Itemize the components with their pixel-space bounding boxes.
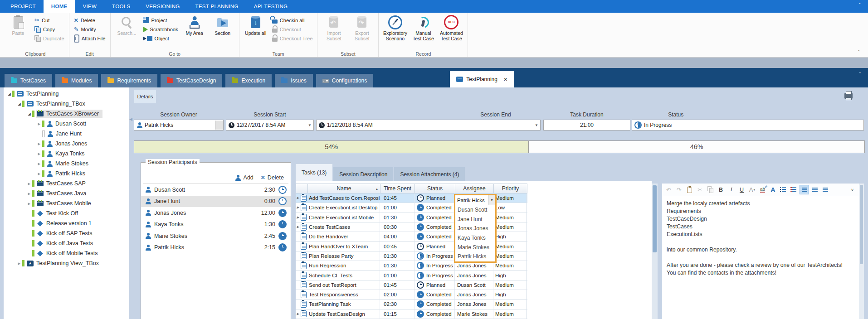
document-tab[interactable]: Requirements (101, 74, 157, 87)
row-expander-icon[interactable] (296, 216, 300, 219)
tab-details[interactable]: Details (134, 90, 156, 103)
menu-item[interactable]: HOME (44, 0, 75, 13)
menu-item[interactable]: TEST PLANNING (188, 0, 246, 13)
tree-item[interactable]: Kick off Java Tests (4, 238, 129, 248)
participant-row[interactable]: Kaya Tonks 1:30 (141, 219, 291, 231)
task-duration-input[interactable]: 21:00 (543, 120, 630, 130)
assignee-option[interactable]: Patrik Hicks (455, 252, 495, 261)
redo-icon[interactable] (674, 185, 684, 194)
editor-content[interactable]: Merge the localy created artefactsRequir… (662, 196, 859, 280)
tree-item[interactable]: TestPlanning_TBox (4, 99, 129, 109)
assignee-option[interactable]: Dusan Scott (455, 205, 495, 215)
editor-scrollbar[interactable] (859, 184, 864, 319)
duplicate-button[interactable]: Duplicate (34, 34, 65, 42)
italic-icon[interactable] (727, 185, 736, 194)
expander-icon[interactable] (36, 172, 42, 176)
splitter-collapse-icon[interactable]: ◀ (129, 117, 132, 121)
font-color-icon[interactable] (747, 185, 757, 194)
expander-icon[interactable] (36, 152, 42, 156)
tree-item[interactable]: Release version 1 (4, 218, 129, 228)
owner-picker-button[interactable] (215, 121, 223, 130)
delete-participant-button[interactable]: Delete (261, 174, 284, 181)
session-start-input[interactable]: 12/27/2017 8:54 AM ▼ (226, 120, 314, 130)
tree-item[interactable]: TestPlanning View_TBox (4, 258, 129, 268)
copy-button[interactable]: Copy (34, 25, 65, 33)
participant-row[interactable]: Jonas Jones 12:00 (141, 207, 291, 219)
align-left-icon[interactable] (800, 185, 809, 194)
row-expander-icon[interactable] (296, 225, 300, 229)
assignee-option[interactable]: Marie Stokes (455, 242, 495, 252)
task-row[interactable]: TestPlanning Task 02:30 Completed Jonas … (296, 300, 527, 309)
expander-icon[interactable] (26, 112, 32, 116)
row-expander-icon[interactable] (296, 312, 300, 316)
chevron-down-icon[interactable]: ▼ (488, 195, 495, 205)
menu-item[interactable]: VIEW (75, 0, 104, 13)
task-row[interactable]: Test Responsiveness 02:00 Completed Jona… (296, 290, 527, 300)
column-header-icon[interactable] (296, 184, 308, 193)
align-center-icon[interactable] (810, 185, 819, 194)
attach-file-button[interactable]: Attach File (73, 34, 107, 42)
paste-icon[interactable] (685, 185, 694, 194)
menu-item[interactable]: VERSIONING (138, 0, 187, 13)
session-owner-input[interactable]: Patrik Hicks (134, 120, 224, 130)
automated-test-case-button[interactable]: REC Automated Test Case (439, 14, 464, 41)
expander-icon[interactable] (16, 261, 22, 266)
tree-item[interactable]: TestCases Java (4, 188, 129, 198)
chevron-up-icon[interactable]: ⌃ (858, 2, 862, 7)
expander-icon[interactable] (36, 162, 42, 166)
search-button[interactable]: Search... (114, 14, 140, 36)
expander-icon[interactable] (26, 202, 32, 206)
tree-item[interactable]: Patrik Hicks (4, 169, 129, 179)
underline-icon[interactable] (737, 185, 746, 194)
tab-session-attachments[interactable]: Session Attachments (4) (394, 167, 465, 181)
collapse-ribbon-chevron[interactable]: ⌃ (857, 49, 861, 54)
add-participant-button[interactable]: Add (235, 174, 254, 181)
bullet-list-icon[interactable] (779, 185, 788, 194)
import-subset-button[interactable]: Import Subset (321, 14, 346, 41)
column-header-time-spent[interactable]: Time Spent (380, 184, 415, 193)
participant-row[interactable]: Dusan Scott 2:30 (141, 184, 291, 196)
scrollbar-thumb[interactable] (860, 185, 863, 264)
project-button[interactable]: Project (142, 16, 179, 24)
numbered-list-icon[interactable] (789, 185, 799, 194)
assignee-option[interactable]: Jane Hunt (455, 215, 495, 224)
checkin-all-button[interactable]: Checkin all (271, 16, 314, 24)
my-area-button[interactable]: My Area (182, 14, 207, 36)
document-tab[interactable]: Configurations (316, 74, 373, 87)
tree-item[interactable]: Kick off SAP Tests (4, 228, 129, 238)
cut-icon[interactable] (695, 185, 705, 194)
expander-icon[interactable] (6, 92, 12, 96)
expander-icon[interactable] (36, 142, 42, 146)
paste-button[interactable]: Paste (5, 14, 31, 36)
menu-item[interactable]: TOOLS (104, 0, 138, 13)
tab-session-description[interactable]: Session Description (333, 167, 393, 181)
document-tab[interactable]: Issues (275, 74, 313, 87)
assignee-option[interactable]: Kaya Tonks (455, 233, 495, 243)
bold-icon[interactable] (716, 185, 726, 194)
tree-item[interactable]: TestCases SAP (4, 179, 129, 188)
modify-button[interactable]: Modify (73, 25, 107, 33)
status-input[interactable]: In Progress (632, 120, 864, 130)
task-row[interactable]: Schedule CI_Tests 01:00 In Progress Jona… (296, 271, 527, 280)
font-icon[interactable] (768, 185, 778, 194)
column-header-priority[interactable]: Priority (494, 184, 527, 193)
expander-icon[interactable] (16, 102, 22, 106)
tree-item[interactable]: Dusan Scott (4, 119, 129, 129)
row-expander-icon[interactable] (296, 196, 300, 200)
exploratory-scenario-button[interactable]: Exploratory Scenario (382, 14, 408, 41)
checkout-button[interactable]: Checkout (271, 25, 314, 33)
tree-item[interactable]: Jonas Jones (4, 139, 129, 149)
assignee-combobox[interactable]: Patrik Hicks ▼ (455, 195, 495, 205)
document-tab[interactable]: TestCaseDesign (161, 74, 222, 87)
scroll-up-icon[interactable]: ⌃ (858, 72, 862, 76)
expander-icon[interactable] (26, 182, 32, 186)
tasks-scrollbar[interactable] (652, 184, 658, 319)
highlight-icon[interactable] (758, 185, 767, 194)
expander-icon[interactable] (26, 192, 32, 196)
copy-icon[interactable] (706, 185, 715, 194)
close-icon[interactable]: ✕ (503, 77, 507, 82)
manual-test-case-button[interactable]: Manual Test Case (410, 14, 436, 41)
column-header-name[interactable]: Name (308, 184, 380, 193)
document-tab-active[interactable]: TestPlanning ✕ (450, 71, 514, 87)
scratchbook-button[interactable]: Scratchbook (142, 25, 179, 33)
